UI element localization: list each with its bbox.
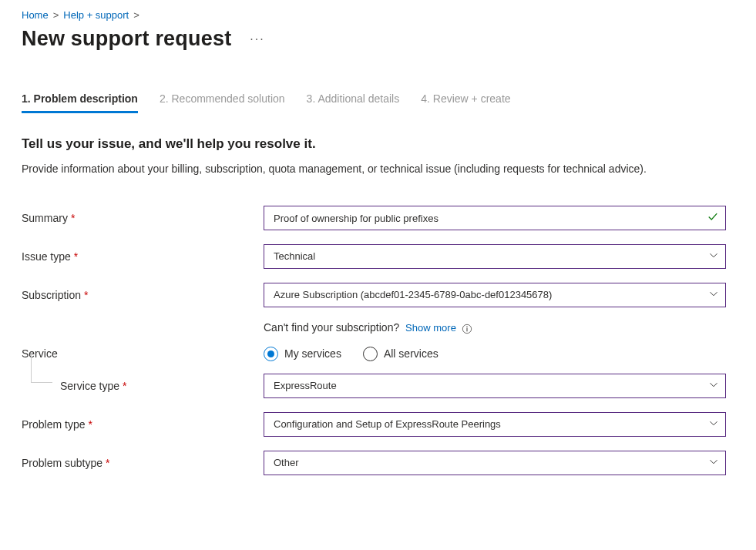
tab-recommended-solution[interactable]: 2. Recommended solution <box>160 92 285 113</box>
problem-type-select[interactable]: Configuration and Setup of ExpressRoute … <box>264 412 726 437</box>
subscription-select[interactable]: Azure Subscription (abcdef01-2345-6789-0… <box>264 283 726 307</box>
radio-all-services[interactable]: All services <box>363 347 438 361</box>
problem-type-select-wrap: Configuration and Setup of ExpressRoute … <box>264 412 726 437</box>
tab-additional-details[interactable]: 3. Additional details <box>307 92 400 113</box>
row-problem-type: Problem type * Configuration and Setup o… <box>22 412 756 437</box>
breadcrumb: Home > Help + support > <box>22 9 756 21</box>
label-problem-type: Problem type * <box>22 418 264 431</box>
section-heading: Tell us your issue, and we'll help you r… <box>22 136 756 152</box>
tab-review-create[interactable]: 4. Review + create <box>421 92 510 113</box>
radio-my-services[interactable]: My services <box>264 347 341 361</box>
required-mark: * <box>123 380 126 392</box>
radio-circle-icon <box>264 347 278 361</box>
required-mark: * <box>71 212 75 224</box>
more-actions-button[interactable]: ··· <box>245 29 269 49</box>
breadcrumb-sep: > <box>53 9 59 21</box>
problem-description-form: Summary * Issue type * Technical Subscri… <box>22 206 756 475</box>
wizard-tabs: 1. Problem description 2. Recommended so… <box>22 92 756 113</box>
summary-input-wrap <box>264 206 726 230</box>
info-icon[interactable] <box>462 324 472 334</box>
radio-all-services-label: All services <box>384 347 438 360</box>
radio-circle-icon <box>363 347 378 361</box>
row-issue-type: Issue type * Technical <box>22 244 756 269</box>
service-type-select-wrap: ExpressRoute <box>264 374 726 398</box>
breadcrumb-sep: > <box>133 9 139 21</box>
problem-subtype-select-wrap: Other <box>264 451 726 475</box>
label-service-type-text: Service type <box>60 380 119 392</box>
label-subscription-text: Subscription <box>22 289 81 301</box>
subscription-help: Can't find your subscription? Show more <box>264 321 726 334</box>
row-subscription-help: Can't find your subscription? Show more <box>22 321 756 334</box>
row-summary: Summary * <box>22 206 756 230</box>
label-issue-type-text: Issue type <box>22 250 71 263</box>
label-summary-text: Summary <box>22 212 68 224</box>
label-summary: Summary * <box>22 212 264 224</box>
tab-problem-description[interactable]: 1. Problem description <box>22 92 138 113</box>
show-more-link[interactable]: Show more <box>405 322 456 334</box>
summary-input[interactable] <box>264 206 726 230</box>
subscription-help-text: Can't find your subscription? <box>264 321 402 334</box>
required-mark: * <box>84 289 88 301</box>
radio-my-services-label: My services <box>284 347 341 360</box>
label-service: Service <box>22 347 264 360</box>
label-problem-type-text: Problem type <box>22 418 85 431</box>
page-title-row: New support request ··· <box>22 27 756 51</box>
svg-point-1 <box>467 326 469 327</box>
row-subscription: Subscription * Azure Subscription (abcde… <box>22 283 756 307</box>
label-problem-subtype-text: Problem subtype <box>22 457 102 469</box>
page-title: New support request <box>22 27 231 51</box>
label-subscription: Subscription * <box>22 289 264 301</box>
checkmark-icon <box>707 212 718 225</box>
service-radio-group: My services All services <box>264 347 726 361</box>
label-service-type: Service type * <box>22 380 264 392</box>
row-service-type: Service type * ExpressRoute <box>22 374 756 398</box>
breadcrumb-help-support[interactable]: Help + support <box>63 9 129 21</box>
problem-subtype-select[interactable]: Other <box>264 451 726 475</box>
required-mark: * <box>74 250 78 263</box>
breadcrumb-home[interactable]: Home <box>22 9 49 21</box>
subscription-select-wrap: Azure Subscription (abcdef01-2345-6789-0… <box>264 283 726 307</box>
issue-type-select[interactable]: Technical <box>264 244 726 269</box>
label-problem-subtype: Problem subtype * <box>22 457 264 469</box>
required-mark: * <box>88 418 92 431</box>
service-type-select[interactable]: ExpressRoute <box>264 374 726 398</box>
section-description: Provide information about your billing, … <box>22 161 723 176</box>
svg-rect-2 <box>467 328 468 331</box>
row-service: Service My services All services <box>22 347 756 361</box>
tree-connector-icon <box>31 352 52 383</box>
required-mark: * <box>106 457 109 469</box>
label-issue-type: Issue type * <box>22 250 264 263</box>
row-problem-subtype: Problem subtype * Other <box>22 451 756 475</box>
issue-type-select-wrap: Technical <box>264 244 726 269</box>
